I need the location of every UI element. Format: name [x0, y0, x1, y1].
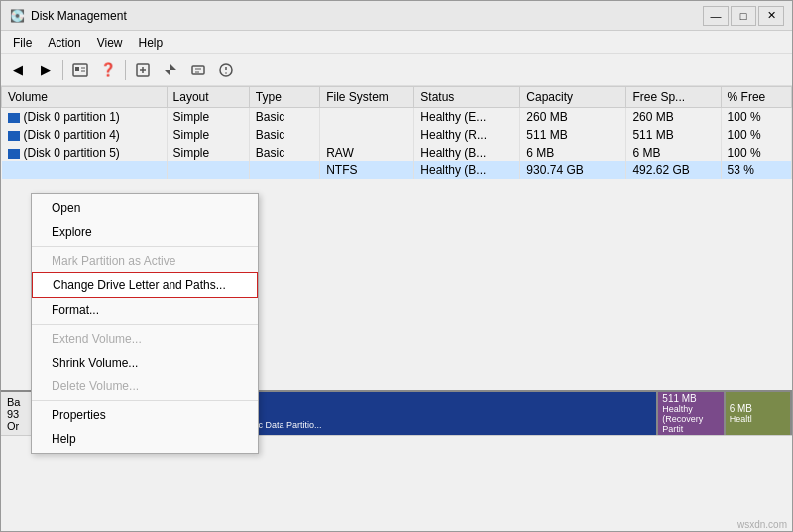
toolbar-btn-4[interactable]	[185, 58, 211, 82]
title-bar-buttons: — □ ✕	[703, 6, 784, 26]
context-menu-item[interactable]: Properties	[32, 403, 258, 427]
partition-efi[interactable]: 6 MB Healtl	[726, 392, 792, 435]
context-menu-separator	[32, 246, 258, 247]
context-menu-separator	[32, 400, 258, 401]
svg-rect-7	[192, 66, 204, 74]
table-row[interactable]: NTFSHealthy (B...930.74 GB492.62 GB53 %	[2, 161, 792, 179]
col-percent[interactable]: % Free	[721, 87, 791, 108]
volume-table: Volume Layout Type File System Status Ca…	[1, 86, 792, 179]
toolbar-forward[interactable]: ▶	[33, 58, 58, 82]
menu-action[interactable]: Action	[40, 34, 88, 52]
context-menu-item[interactable]: Format...	[32, 298, 258, 322]
watermark: wsxdn.com	[737, 519, 787, 530]
minimize-button[interactable]: —	[703, 6, 729, 26]
context-menu-item[interactable]: Open	[32, 196, 258, 220]
table-row[interactable]: (Disk 0 partition 5)SimpleBasicRAWHealth…	[2, 144, 792, 161]
toolbar-sep-1	[62, 60, 63, 80]
table-row[interactable]: (Disk 0 partition 1)SimpleBasicHealthy (…	[2, 108, 792, 127]
menu-help[interactable]: Help	[131, 34, 171, 52]
context-menu-separator	[32, 324, 258, 325]
context-menu-item: Mark Partition as Active	[32, 249, 258, 272]
partition-recovery[interactable]: 511 MB Healthy (Recovery Partit	[658, 392, 725, 435]
toolbar-btn-3[interactable]	[158, 58, 183, 82]
drive-icon	[8, 149, 20, 159]
toolbar-help[interactable]: ❓	[95, 58, 121, 82]
drive-icon	[8, 131, 20, 141]
context-menu-item[interactable]: Shrink Volume...	[32, 351, 258, 374]
toolbar-back[interactable]: ◀	[5, 58, 31, 82]
svg-rect-1	[75, 67, 79, 71]
title-bar: 💽 Disk Management — □ ✕	[1, 1, 792, 31]
menu-view[interactable]: View	[89, 34, 131, 52]
col-capacity[interactable]: Capacity	[520, 87, 626, 108]
context-menu-item[interactable]: Explore	[32, 220, 258, 244]
context-menu-item[interactable]: Help	[32, 427, 258, 451]
toolbar-btn-1[interactable]	[67, 58, 93, 82]
col-filesystem[interactable]: File System	[320, 87, 414, 108]
context-menu-item: Delete Volume...	[32, 374, 258, 398]
menu-file[interactable]: File	[5, 34, 40, 52]
toolbar-btn-5[interactable]	[213, 58, 239, 82]
context-menu: OpenExploreMark Partition as ActiveChang…	[31, 193, 259, 454]
window-icon: 💽	[9, 8, 25, 24]
col-status[interactable]: Status	[414, 87, 520, 108]
col-type[interactable]: Type	[249, 87, 319, 108]
disk-management-window: 💽 Disk Management — □ ✕ File Action View…	[0, 0, 793, 532]
window-title: Disk Management	[31, 9, 703, 23]
maximize-button[interactable]: □	[731, 6, 756, 26]
svg-point-12	[225, 72, 227, 74]
close-button[interactable]: ✕	[758, 6, 784, 26]
col-layout[interactable]: Layout	[167, 87, 249, 108]
main-content: Volume Layout Type File System Status Ca…	[1, 86, 792, 531]
col-volume[interactable]: Volume	[2, 87, 168, 108]
col-free[interactable]: Free Sp...	[626, 87, 721, 108]
table-row[interactable]: (Disk 0 partition 4)SimpleBasicHealthy (…	[2, 126, 792, 144]
drive-icon	[8, 113, 20, 123]
toolbar-btn-2[interactable]	[130, 58, 156, 82]
context-menu-item[interactable]: Change Drive Letter and Paths...	[32, 272, 258, 298]
toolbar: ◀ ▶ ❓	[1, 54, 792, 86]
context-menu-item: Extend Volume...	[32, 327, 258, 351]
toolbar-sep-2	[125, 60, 126, 80]
menu-bar: File Action View Help	[1, 31, 792, 54]
